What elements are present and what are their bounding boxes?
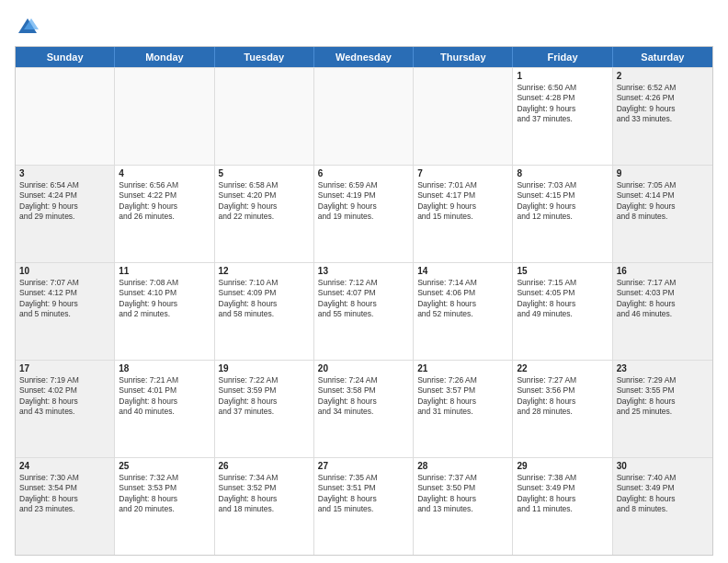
calendar-cell: 11Sunrise: 7:08 AM Sunset: 4:10 PM Dayli… [115, 263, 214, 360]
calendar-cell: 15Sunrise: 7:15 AM Sunset: 4:05 PM Dayli… [513, 263, 612, 360]
day-number: 16 [617, 266, 709, 276]
calendar-cell: 23Sunrise: 7:29 AM Sunset: 3:55 PM Dayli… [613, 361, 712, 457]
calendar-cell [215, 68, 314, 165]
day-number: 13 [318, 266, 409, 276]
day-number: 9 [617, 168, 709, 178]
calendar-cell: 13Sunrise: 7:12 AM Sunset: 4:07 PM Dayli… [314, 263, 414, 360]
cell-text: Sunrise: 7:32 AM Sunset: 3:53 PM Dayligh… [119, 473, 210, 515]
day-number: 25 [119, 461, 210, 471]
calendar-cell: 6Sunrise: 6:59 AM Sunset: 4:19 PM Daylig… [314, 166, 414, 262]
logo [15, 15, 44, 40]
calendar-cell: 3Sunrise: 6:54 AM Sunset: 4:24 PM Daylig… [16, 166, 115, 262]
calendar-cell [414, 68, 513, 165]
calendar-cell: 12Sunrise: 7:10 AM Sunset: 4:09 PM Dayli… [215, 263, 314, 360]
calendar-cell: 5Sunrise: 6:58 AM Sunset: 4:20 PM Daylig… [215, 166, 314, 262]
cell-text: Sunrise: 6:50 AM Sunset: 4:28 PM Dayligh… [517, 83, 608, 125]
day-number: 7 [417, 168, 508, 178]
cell-text: Sunrise: 7:15 AM Sunset: 4:05 PM Dayligh… [517, 278, 608, 320]
cell-text: Sunrise: 7:27 AM Sunset: 3:56 PM Dayligh… [517, 375, 608, 418]
day-number: 27 [318, 461, 409, 471]
calendar-body: 1Sunrise: 6:50 AM Sunset: 4:28 PM Daylig… [16, 67, 712, 555]
calendar-cell: 30Sunrise: 7:40 AM Sunset: 3:49 PM Dayli… [613, 458, 712, 555]
day-number: 20 [318, 363, 409, 373]
day-number: 2 [617, 71, 709, 81]
day-number: 26 [219, 461, 310, 471]
day-number: 22 [517, 363, 608, 373]
cell-text: Sunrise: 6:59 AM Sunset: 4:19 PM Dayligh… [318, 180, 409, 223]
day-number: 19 [219, 363, 310, 373]
calendar-row-0: 1Sunrise: 6:50 AM Sunset: 4:28 PM Daylig… [16, 67, 712, 165]
day-number: 29 [517, 461, 608, 471]
cell-text: Sunrise: 6:52 AM Sunset: 4:26 PM Dayligh… [617, 83, 709, 125]
header [15, 11, 713, 40]
day-number: 14 [417, 266, 508, 276]
calendar-cell: 22Sunrise: 7:27 AM Sunset: 3:56 PM Dayli… [513, 361, 612, 457]
header-day-sunday: Sunday [16, 47, 115, 67]
cell-text: Sunrise: 7:29 AM Sunset: 3:55 PM Dayligh… [617, 375, 709, 418]
day-number: 8 [517, 168, 608, 178]
cell-text: Sunrise: 7:17 AM Sunset: 4:03 PM Dayligh… [617, 278, 709, 320]
cell-text: Sunrise: 6:56 AM Sunset: 4:22 PM Dayligh… [119, 180, 210, 223]
calendar-cell [314, 68, 414, 165]
calendar-cell: 4Sunrise: 6:56 AM Sunset: 4:22 PM Daylig… [115, 166, 214, 262]
calendar-cell: 19Sunrise: 7:22 AM Sunset: 3:59 PM Dayli… [215, 361, 314, 457]
calendar-cell: 29Sunrise: 7:38 AM Sunset: 3:49 PM Dayli… [513, 458, 612, 555]
day-number: 24 [19, 461, 110, 471]
calendar-cell: 18Sunrise: 7:21 AM Sunset: 4:01 PM Dayli… [115, 361, 214, 457]
calendar-cell: 2Sunrise: 6:52 AM Sunset: 4:26 PM Daylig… [613, 68, 712, 165]
cell-text: Sunrise: 7:37 AM Sunset: 3:50 PM Dayligh… [417, 473, 508, 515]
cell-text: Sunrise: 7:05 AM Sunset: 4:14 PM Dayligh… [617, 180, 709, 223]
calendar-cell [16, 68, 115, 165]
header-day-wednesday: Wednesday [314, 47, 414, 67]
day-number: 3 [19, 168, 110, 178]
day-number: 4 [119, 168, 210, 178]
cell-text: Sunrise: 7:35 AM Sunset: 3:51 PM Dayligh… [318, 473, 409, 515]
day-number: 12 [219, 266, 310, 276]
calendar-header: SundayMondayTuesdayWednesdayThursdayFrid… [16, 47, 712, 67]
calendar-cell: 7Sunrise: 7:01 AM Sunset: 4:17 PM Daylig… [414, 166, 513, 262]
calendar-cell: 26Sunrise: 7:34 AM Sunset: 3:52 PM Dayli… [215, 458, 314, 555]
cell-text: Sunrise: 7:10 AM Sunset: 4:09 PM Dayligh… [219, 278, 310, 320]
day-number: 10 [19, 266, 110, 276]
cell-text: Sunrise: 7:24 AM Sunset: 3:58 PM Dayligh… [318, 375, 409, 418]
calendar-cell: 16Sunrise: 7:17 AM Sunset: 4:03 PM Dayli… [613, 263, 712, 360]
cell-text: Sunrise: 7:19 AM Sunset: 4:02 PM Dayligh… [19, 375, 110, 418]
calendar-cell: 20Sunrise: 7:24 AM Sunset: 3:58 PM Dayli… [314, 361, 414, 457]
cell-text: Sunrise: 7:12 AM Sunset: 4:07 PM Dayligh… [318, 278, 409, 320]
calendar-cell [115, 68, 214, 165]
calendar-cell: 24Sunrise: 7:30 AM Sunset: 3:54 PM Dayli… [16, 458, 115, 555]
cell-text: Sunrise: 6:54 AM Sunset: 4:24 PM Dayligh… [19, 180, 110, 223]
calendar-row-2: 10Sunrise: 7:07 AM Sunset: 4:12 PM Dayli… [16, 262, 712, 360]
cell-text: Sunrise: 7:22 AM Sunset: 3:59 PM Dayligh… [219, 375, 310, 418]
day-number: 21 [417, 363, 508, 373]
cell-text: Sunrise: 7:40 AM Sunset: 3:49 PM Dayligh… [617, 473, 709, 515]
calendar: SundayMondayTuesdayWednesdayThursdayFrid… [15, 46, 713, 556]
calendar-row-4: 24Sunrise: 7:30 AM Sunset: 3:54 PM Dayli… [16, 457, 712, 555]
page: SundayMondayTuesdayWednesdayThursdayFrid… [0, 0, 728, 563]
cell-text: Sunrise: 7:07 AM Sunset: 4:12 PM Dayligh… [19, 278, 110, 320]
day-number: 18 [119, 363, 210, 373]
logo-icon [15, 15, 40, 40]
day-number: 6 [318, 168, 409, 178]
cell-text: Sunrise: 7:26 AM Sunset: 3:57 PM Dayligh… [417, 375, 508, 418]
cell-text: Sunrise: 6:58 AM Sunset: 4:20 PM Dayligh… [219, 180, 310, 223]
cell-text: Sunrise: 7:38 AM Sunset: 3:49 PM Dayligh… [517, 473, 608, 515]
cell-text: Sunrise: 7:01 AM Sunset: 4:17 PM Dayligh… [417, 180, 508, 223]
calendar-cell: 1Sunrise: 6:50 AM Sunset: 4:28 PM Daylig… [513, 68, 612, 165]
day-number: 5 [219, 168, 310, 178]
cell-text: Sunrise: 7:21 AM Sunset: 4:01 PM Dayligh… [119, 375, 210, 418]
day-number: 30 [617, 461, 709, 471]
header-day-saturday: Saturday [613, 47, 712, 67]
calendar-cell: 14Sunrise: 7:14 AM Sunset: 4:06 PM Dayli… [414, 263, 513, 360]
day-number: 28 [417, 461, 508, 471]
cell-text: Sunrise: 7:03 AM Sunset: 4:15 PM Dayligh… [517, 180, 608, 223]
calendar-cell: 17Sunrise: 7:19 AM Sunset: 4:02 PM Dayli… [16, 361, 115, 457]
calendar-cell: 10Sunrise: 7:07 AM Sunset: 4:12 PM Dayli… [16, 263, 115, 360]
day-number: 15 [517, 266, 608, 276]
calendar-row-3: 17Sunrise: 7:19 AM Sunset: 4:02 PM Dayli… [16, 360, 712, 457]
cell-text: Sunrise: 7:14 AM Sunset: 4:06 PM Dayligh… [417, 278, 508, 320]
header-day-tuesday: Tuesday [215, 47, 314, 67]
day-number: 23 [617, 363, 709, 373]
calendar-cell: 21Sunrise: 7:26 AM Sunset: 3:57 PM Dayli… [414, 361, 513, 457]
day-number: 11 [119, 266, 210, 276]
